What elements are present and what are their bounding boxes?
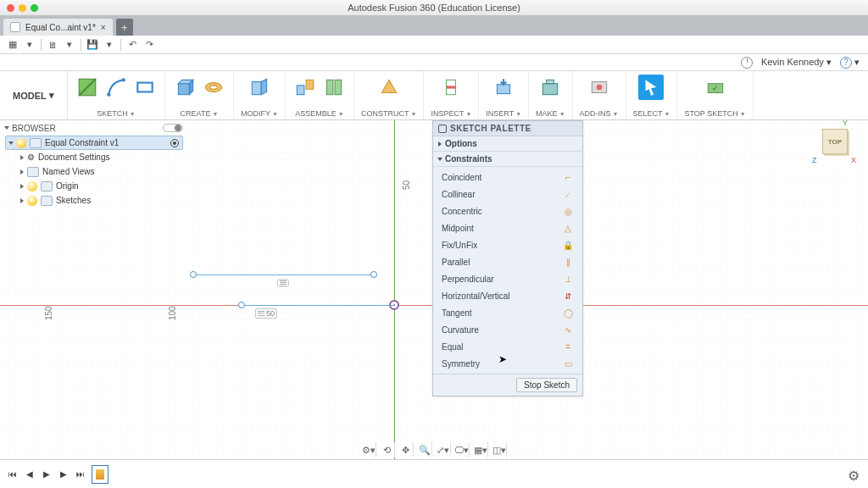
view-cube[interactable]: TOP X Y Z: [815, 124, 854, 163]
make-icon[interactable]: [537, 75, 563, 100]
dimension-badge[interactable]: [277, 280, 289, 287]
line-icon[interactable]: [103, 75, 129, 100]
constraint-perpendicular[interactable]: Perpendicular⊥: [433, 270, 582, 287]
display-settings-icon[interactable]: 🖵▾: [454, 442, 470, 458]
save-dropdown-icon[interactable]: ▾: [102, 37, 117, 53]
constraint-fix[interactable]: Fix/UnFix🔒: [433, 236, 582, 253]
stop-sketch-button[interactable]: Stop Sketch: [516, 378, 577, 392]
chevron-down-icon[interactable]: ▼: [515, 111, 521, 117]
constraint-equal[interactable]: Equal=: [433, 338, 582, 355]
help-menu[interactable]: ? ▾: [840, 57, 860, 69]
chevron-down-icon[interactable]: ▼: [212, 111, 218, 117]
view-cube-face[interactable]: TOP: [822, 129, 848, 154]
visibility-icon[interactable]: [27, 196, 37, 206]
chevron-down-icon[interactable]: ▼: [272, 111, 278, 117]
timeline-play-icon[interactable]: ▶: [41, 469, 53, 480]
extrude-icon[interactable]: [172, 75, 198, 100]
clock-icon[interactable]: [741, 57, 753, 69]
chevron-down-icon[interactable]: ▼: [613, 111, 619, 117]
add-tab-button[interactable]: +: [116, 19, 133, 36]
stop-sketch-icon[interactable]: ✓: [703, 75, 728, 100]
tree-root[interactable]: Equal Constraint v1: [5, 136, 183, 150]
joint-icon[interactable]: [321, 75, 347, 100]
section-constraints[interactable]: Constraints: [433, 152, 582, 167]
constraint-midpoint[interactable]: Midpoint△: [433, 219, 582, 236]
tree-node-named-views[interactable]: Named Views: [5, 164, 183, 179]
browser-toggle[interactable]: [163, 124, 183, 132]
constraint-horizvert[interactable]: Horizontal/Vertical⇵: [433, 287, 582, 304]
inspect-icon[interactable]: [438, 75, 464, 100]
tree-node-origin[interactable]: Origin: [5, 179, 183, 193]
constraint-tangent[interactable]: Tangent◯: [433, 304, 582, 321]
timeline-back-icon[interactable]: ◀: [24, 469, 36, 480]
save-icon[interactable]: 💾: [85, 37, 100, 53]
sketch-endpoint[interactable]: [238, 302, 245, 308]
grid-menu-icon[interactable]: ▦: [5, 37, 20, 53]
constraint-curvature[interactable]: Curvature∿: [433, 321, 582, 338]
orbit-settings-icon[interactable]: ⚙▾: [361, 442, 376, 458]
sketch-endpoint[interactable]: [190, 271, 197, 278]
file-dropdown-icon[interactable]: ▾: [62, 37, 77, 53]
sketch-line-bottom[interactable]: [242, 305, 394, 306]
chevron-down-icon[interactable]: ▼: [465, 111, 471, 117]
zoom-window-icon[interactable]: ⤢▾: [436, 442, 451, 458]
construct-icon[interactable]: [376, 75, 402, 100]
timeline-start-icon[interactable]: ⏮: [7, 469, 19, 480]
assemble-icon[interactable]: [292, 75, 318, 100]
insert-icon[interactable]: [491, 75, 516, 100]
chevron-down-icon[interactable]: ▼: [740, 111, 746, 117]
zoom-icon[interactable]: 🔍: [417, 442, 432, 458]
active-component-icon[interactable]: [170, 139, 179, 147]
constraint-concentric[interactable]: Concentric◎: [433, 202, 582, 219]
user-menu[interactable]: Kevin Kennedy ▾: [761, 57, 832, 68]
axis-z-icon: Z: [812, 156, 817, 164]
orbit-icon[interactable]: ⟲: [380, 442, 395, 458]
workspace-switcher[interactable]: MODEL ▾: [0, 71, 68, 119]
window-minimize-icon[interactable]: [19, 4, 26, 12]
visibility-icon[interactable]: [27, 181, 37, 191]
visibility-icon[interactable]: [16, 138, 26, 148]
timeline-end-icon[interactable]: ⏭: [75, 469, 86, 480]
select-icon[interactable]: [638, 75, 664, 100]
browser-header[interactable]: BROWSER: [5, 120, 183, 136]
chevron-down-icon[interactable]: ▼: [338, 111, 344, 117]
grid-dropdown-icon[interactable]: ▾: [22, 37, 37, 53]
constraint-parallel[interactable]: Parallel∥: [433, 253, 582, 270]
dimension-icon: [258, 311, 264, 317]
chevron-down-icon[interactable]: ▼: [130, 111, 136, 117]
document-tab[interactable]: Equal Co...aint v1* ×: [3, 19, 113, 36]
pan-icon[interactable]: ✥: [398, 442, 414, 458]
dimension-badge[interactable]: 50: [255, 308, 277, 319]
redo-icon[interactable]: ↷: [142, 37, 157, 53]
constraint-collinear[interactable]: Collinear⟋: [433, 186, 582, 202]
viewport-layout-icon[interactable]: ◫▾: [492, 442, 507, 458]
timeline-forward-icon[interactable]: ▶: [58, 469, 70, 480]
ribbon-label: INSERT: [486, 109, 514, 118]
modify-icon[interactable]: [247, 75, 272, 100]
revolve-icon[interactable]: [201, 75, 226, 100]
rectangle-icon[interactable]: [132, 75, 158, 100]
panel-header[interactable]: SKETCH PALETTE: [433, 121, 582, 136]
sketch-icon[interactable]: [75, 75, 100, 100]
panel-grip-icon[interactable]: [438, 125, 447, 133]
close-tab-icon[interactable]: ×: [101, 23, 106, 32]
sketch-endpoint[interactable]: [370, 271, 377, 278]
constraint-symmetry[interactable]: Symmetry▭: [433, 355, 582, 372]
grid-settings-icon[interactable]: ▦▾: [473, 442, 488, 458]
timeline-settings-icon[interactable]: ⚙: [848, 468, 861, 481]
addins-icon[interactable]: [587, 75, 612, 100]
constraint-coincident[interactable]: Coincident⌐: [433, 169, 582, 186]
window-close-icon[interactable]: [7, 4, 14, 12]
chevron-down-icon[interactable]: ▼: [559, 111, 565, 117]
window-zoom-icon[interactable]: [31, 4, 38, 12]
coincident-icon: ⌐: [562, 171, 574, 183]
tree-node-sketches[interactable]: Sketches: [5, 193, 183, 208]
sketch-line-top[interactable]: [193, 274, 374, 275]
chevron-down-icon[interactable]: ▼: [665, 111, 670, 117]
tree-node-document-settings[interactable]: ⚙Document Settings: [5, 150, 183, 164]
file-icon[interactable]: 🗎: [45, 37, 60, 53]
undo-icon[interactable]: ↶: [125, 37, 140, 53]
section-options[interactable]: Options: [433, 136, 582, 152]
timeline-feature[interactable]: [92, 465, 108, 484]
chevron-down-icon[interactable]: ▼: [410, 111, 416, 117]
